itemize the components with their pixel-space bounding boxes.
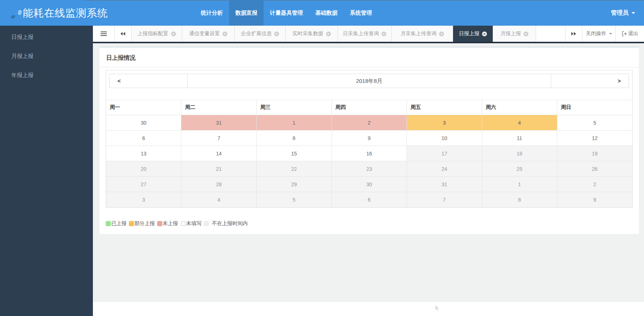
legend-label: 未填写 xyxy=(186,220,202,227)
calendar-day-cell[interactable]: 19 xyxy=(557,146,632,161)
caret-down-icon xyxy=(609,33,612,34)
calendar-day-cell[interactable]: 6 xyxy=(106,131,181,146)
tab-item[interactable]: 月采集上传查询× xyxy=(392,26,453,42)
calendar-week-row: 3456789 xyxy=(106,192,632,207)
backward-icon xyxy=(120,32,126,36)
calendar-day-cell[interactable]: 9 xyxy=(557,192,632,207)
weekday-header-row: 周一周二周三周四周五周六周日 xyxy=(106,100,632,115)
tab-close-icon[interactable]: × xyxy=(222,32,227,36)
scroll-tabs-left-button[interactable] xyxy=(115,26,131,42)
close-operations-dropdown[interactable]: 关闭操作 xyxy=(582,26,615,42)
calendar-day-cell[interactable]: 3 xyxy=(106,192,181,207)
calendar-day-cell[interactable]: 24 xyxy=(407,161,482,177)
user-name: 管理员 xyxy=(611,10,629,16)
weekday-header-cell: 周三 xyxy=(256,100,332,115)
calendar-day-cell[interactable]: 27 xyxy=(106,177,181,192)
next-month-button[interactable]: > xyxy=(551,74,629,88)
tab-active[interactable]: 日报上报× xyxy=(453,26,493,42)
calendar-day-cell[interactable]: 4 xyxy=(181,192,257,207)
calendar-day-cell[interactable]: 30 xyxy=(106,115,181,131)
calendar-day-cell[interactable]: 13 xyxy=(106,146,181,161)
calendar-day-cell[interactable]: 23 xyxy=(332,161,407,177)
calendar-day-cell[interactable]: 8 xyxy=(256,131,332,146)
calendar-day-cell[interactable]: 9 xyxy=(332,131,407,146)
calendar-day-cell[interactable]: 26 xyxy=(557,161,632,177)
exit-label: 退出 xyxy=(628,30,638,37)
logo-leaf-icon-light xyxy=(17,10,22,15)
tab-item[interactable]: 月报上报× xyxy=(493,26,536,42)
calendar-day-cell[interactable]: 31 xyxy=(181,115,257,131)
footer-strip xyxy=(93,301,644,316)
weekday-header-cell: 周五 xyxy=(407,100,482,115)
exit-button[interactable]: 退出 xyxy=(615,26,644,42)
tab-item[interactable]: 上报指标配置× xyxy=(131,26,182,42)
calendar-day-cell[interactable]: 10 xyxy=(407,131,482,146)
calendar-header: < 2018年8月 > xyxy=(109,74,629,88)
weekday-header-cell: 周一 xyxy=(106,100,181,115)
calendar-day-cell[interactable]: 20 xyxy=(106,161,181,177)
sign-out-icon xyxy=(622,31,627,36)
tab-close-icon[interactable]: × xyxy=(482,32,487,36)
calendar-day-cell[interactable]: 8 xyxy=(482,192,557,207)
calendar-day-cell[interactable]: 2 xyxy=(332,115,407,131)
calendar-day-cell[interactable]: 3 xyxy=(407,115,482,131)
caret-down-icon xyxy=(632,12,635,14)
legend-swatch-part xyxy=(129,221,134,226)
sidebar-item[interactable]: 月报上报 xyxy=(0,47,93,66)
calendar-day-cell[interactable]: 25 xyxy=(482,161,557,177)
calendar-day-cell[interactable]: 22 xyxy=(256,161,332,177)
tab-close-icon[interactable]: × xyxy=(381,32,386,36)
tab-item[interactable]: 日采集上传查询× xyxy=(338,26,392,42)
nav-menu-item[interactable]: 系统管理 xyxy=(344,0,378,26)
legend-item: 不在上报时间内 xyxy=(204,220,248,227)
tab-label: 上报指标配置 xyxy=(138,30,169,37)
user-dropdown[interactable]: 管理员 xyxy=(611,0,635,26)
calendar-day-cell[interactable]: 5 xyxy=(256,192,332,207)
calendar-day-cell[interactable]: 4 xyxy=(482,115,557,131)
tab-close-icon[interactable]: × xyxy=(326,32,331,36)
calendar-day-cell[interactable]: 18 xyxy=(482,146,557,161)
sidebar-item[interactable]: 日报上报 xyxy=(0,27,93,47)
scroll-tabs-right-button[interactable] xyxy=(565,26,582,42)
logo-leaf-icon xyxy=(10,15,16,19)
nav-menu-item[interactable]: 基础数据 xyxy=(309,0,344,26)
calendar-day-cell[interactable]: 2 xyxy=(557,177,632,192)
calendar-day-cell[interactable]: 17 xyxy=(407,146,482,161)
tab-item[interactable]: 实时采集数据× xyxy=(286,26,338,42)
legend-swatch-blank xyxy=(181,221,185,226)
tab-item[interactable]: 通信变量设置× xyxy=(182,26,235,42)
tab-label: 月采集上传查询 xyxy=(401,30,437,37)
weekday-header-cell: 周六 xyxy=(482,100,557,115)
legend-label: 部分上报 xyxy=(134,220,155,227)
calendar-day-cell[interactable]: 7 xyxy=(407,192,482,207)
calendar-day-cell[interactable]: 15 xyxy=(256,146,332,161)
calendar-day-cell[interactable]: 21 xyxy=(181,161,257,177)
calendar-day-cell[interactable]: 31 xyxy=(407,177,482,192)
tab-close-icon[interactable]: × xyxy=(171,32,176,36)
tab-close-icon[interactable]: × xyxy=(274,32,279,36)
calendar-day-cell[interactable]: 11 xyxy=(482,131,557,146)
previous-month-button[interactable]: < xyxy=(110,74,188,88)
collapse-menu-button[interactable] xyxy=(93,26,115,42)
sidebar-item[interactable]: 年报上报 xyxy=(0,66,93,85)
calendar-day-cell[interactable]: 7 xyxy=(181,131,257,146)
calendar-day-cell[interactable]: 5 xyxy=(557,115,632,131)
calendar-day-cell[interactable]: 28 xyxy=(181,177,257,192)
nav-menu-item[interactable]: 计量器具管理 xyxy=(264,0,309,26)
calendar-day-cell[interactable]: 16 xyxy=(332,146,407,161)
tab-close-icon[interactable]: × xyxy=(439,32,444,36)
tab-close-icon[interactable]: × xyxy=(524,32,528,36)
legend-item: 部分上报 xyxy=(129,220,155,227)
nav-menu-item[interactable]: 数据直报 xyxy=(229,0,264,26)
tab-item[interactable]: 企业扩展信息× xyxy=(235,26,286,42)
calendar-day-cell[interactable]: 6 xyxy=(332,192,407,207)
calendar-day-cell[interactable]: 1 xyxy=(256,115,332,131)
calendar-day-cell[interactable]: 1 xyxy=(482,177,557,192)
calendar-table: 周一周二周三周四周五周六周日 3031123456789101112131415… xyxy=(106,100,632,207)
calendar-day-cell[interactable]: 30 xyxy=(332,177,407,192)
calendar-day-cell[interactable]: 12 xyxy=(557,131,632,146)
calendar-day-cell[interactable]: 29 xyxy=(256,177,332,192)
nav-menu-item[interactable]: 统计分析 xyxy=(195,0,229,26)
calendar-day-cell[interactable]: 14 xyxy=(181,146,257,161)
legend-label: 已上报 xyxy=(111,220,127,227)
